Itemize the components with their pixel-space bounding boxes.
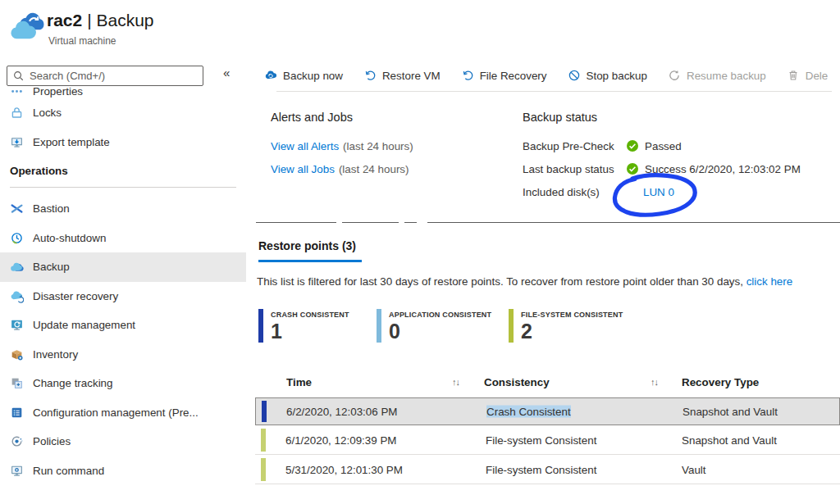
sidebar-item-properties[interactable]: Properties xyxy=(0,85,246,98)
sidebar-item-label: Update management xyxy=(33,319,135,331)
sidebar-item-disaster-recovery[interactable]: Disaster recovery xyxy=(0,282,246,311)
status-value: Success 6/2/2020, 12:03:02 PM xyxy=(645,163,801,175)
stop-backup-button[interactable]: Stop backup xyxy=(568,69,647,82)
collapse-menu-button[interactable]: « xyxy=(223,66,230,79)
stat-tile-crash-consistent: CRASH CONSISTENT1 xyxy=(258,309,349,343)
sidebar-item-export-template[interactable]: Export template xyxy=(0,128,246,157)
cell-consistency: File-system Consistent xyxy=(486,464,596,476)
backup-now-button[interactable]: Backup now xyxy=(264,69,343,82)
stop-backup-icon xyxy=(568,69,581,82)
tab-active-underline xyxy=(258,260,362,262)
status-row-backup-pre-check: Backup Pre-CheckPassed xyxy=(523,138,682,154)
sidebar-item-inventory[interactable]: Inventory xyxy=(0,340,246,370)
consistency-color-bar xyxy=(261,429,266,452)
command-bar: Backup nowRestore VMFile RecoveryStop ba… xyxy=(264,65,840,86)
table-header: Time↑↓Consistency↑↓Recovery Type xyxy=(255,369,840,396)
alerts-row: View all Alerts(last 24 hours) xyxy=(271,138,413,154)
green-check-icon xyxy=(626,139,639,152)
restore-point-row[interactable]: 5/31/2020, 12:01:30 PMFile-system Consis… xyxy=(255,456,840,484)
sort-icon[interactable]: ↑↓ xyxy=(651,377,658,387)
sidebar-item-run-command[interactable]: Run command xyxy=(0,456,246,486)
sidebar-item-bastion[interactable]: Bastion xyxy=(0,194,246,224)
resume-backup-button[interactable]: Resume backup xyxy=(668,69,766,82)
toolbar-button-label: Stop backup xyxy=(587,70,647,82)
tab-restore-points[interactable]: Restore points (3) xyxy=(258,239,356,252)
column-header-consistency[interactable]: Consistency xyxy=(484,376,550,388)
cell-recovery-type: Snapshot and Vault xyxy=(682,434,777,447)
section-divider xyxy=(427,222,840,223)
dele-button[interactable]: Dele xyxy=(787,69,829,82)
policies-icon xyxy=(10,434,24,448)
cell-consistency: File-system Consistent xyxy=(486,434,596,447)
view-all-alerts-link[interactable]: View all Alerts xyxy=(271,140,339,152)
bastion-icon xyxy=(10,202,24,216)
column-header-time[interactable]: Time xyxy=(286,376,312,388)
stat-color-bar xyxy=(377,309,381,343)
view-all-jobs-link[interactable]: View all Jobs xyxy=(271,163,335,175)
cell-time: 6/2/2020, 12:03:06 PM xyxy=(286,406,398,418)
sidebar-item-label: Export template xyxy=(33,136,110,148)
stat-color-bar xyxy=(258,309,263,343)
status-row-included-disk-s: Included disk(s)LUN 0 xyxy=(523,184,674,200)
consistency-color-bar xyxy=(261,458,266,481)
sidebar-item-locks[interactable]: Locks xyxy=(0,98,246,128)
vm-backup-cloud-icon xyxy=(8,11,44,42)
link-suffix: (last 24 hours) xyxy=(343,140,413,152)
toolbar-divider xyxy=(276,91,832,92)
sidebar-item-properties-clipped[interactable]: Properties xyxy=(0,85,246,98)
sidebar-item-backup[interactable]: Backup xyxy=(0,252,246,282)
alerts-row: View all Jobs(last 24 hours) xyxy=(271,161,409,177)
file-recovery-button[interactable]: File Recovery xyxy=(461,69,547,82)
lun-0-link[interactable]: LUN 0 xyxy=(643,186,674,198)
run-command-icon xyxy=(10,464,24,478)
status-label: Included disk(s) xyxy=(523,186,626,198)
cell-recovery-type: Vault xyxy=(682,464,706,476)
stat-tile-file-system-consistent: FILE-SYSTEM CONSISTENT2 xyxy=(509,309,623,343)
resource-type-label: Virtual machine xyxy=(48,35,116,47)
search-input[interactable] xyxy=(30,70,198,82)
click-here-link[interactable]: click here xyxy=(746,275,793,288)
status-label: Backup Pre-Check xyxy=(523,140,626,152)
search-icon xyxy=(12,70,25,82)
update-management-icon xyxy=(10,318,24,332)
restore-vm-icon xyxy=(363,69,377,82)
resume-backup-icon xyxy=(668,69,681,82)
sidebar-item-label: Change tracking xyxy=(33,377,113,389)
cell-consistency: Crash Consistent xyxy=(486,406,571,418)
toolbar-button-label: Restore VM xyxy=(382,70,441,82)
sidebar-item-label: Locks xyxy=(33,107,62,119)
sidebar-item-configuration-management-pre[interactable]: Configuration management (Pre... xyxy=(0,398,246,428)
stat-color-bar xyxy=(509,309,514,343)
sidebar-item-label: Backup xyxy=(33,261,70,273)
blade-name: | Backup xyxy=(87,11,153,30)
backup-status-title: Backup status xyxy=(523,111,597,124)
sidebar-item-auto-shutdown[interactable]: Auto-shutdown xyxy=(0,224,246,253)
page-title: rac2| Backup xyxy=(47,11,154,30)
cell-time: 5/31/2020, 12:01:30 PM xyxy=(285,464,403,476)
configuration-management-icon xyxy=(10,406,24,420)
sidebar-item-label: Inventory xyxy=(33,348,78,361)
selected-text-highlight: Crash Consistent xyxy=(486,406,571,418)
resource-name: rac2 xyxy=(47,11,82,30)
restore-point-row[interactable]: 6/1/2020, 12:09:39 PMFile-system Consist… xyxy=(255,426,840,455)
file-recovery-icon xyxy=(461,69,474,82)
status-row-last-backup-status: Last backup statusSuccess 6/2/2020, 12:0… xyxy=(523,161,801,177)
sidebar-item-label: Run command xyxy=(33,465,104,477)
consistency-color-bar xyxy=(262,401,267,422)
cell-time: 6/1/2020, 12:09:39 PM xyxy=(285,434,397,447)
restore-vm-button[interactable]: Restore VM xyxy=(363,69,441,82)
sidebar-item-update-management[interactable]: Update management xyxy=(0,311,246,340)
change-tracking-icon xyxy=(10,376,24,390)
cell-recovery-type: Snapshot and Vault xyxy=(682,406,778,418)
sidebar-item-label: Bastion xyxy=(33,202,70,215)
stat-value: 2 xyxy=(521,320,623,343)
sidebar-item-policies[interactable]: Policies xyxy=(0,427,246,456)
auto-shutdown-icon xyxy=(10,231,24,245)
sort-icon[interactable]: ↑↓ xyxy=(452,377,459,387)
column-header-recovery-type[interactable]: Recovery Type xyxy=(682,376,759,388)
backup-cloud-icon xyxy=(10,260,24,274)
sidebar-item-change-tracking[interactable]: Change tracking xyxy=(0,369,246,398)
restore-point-row[interactable]: 6/2/2020, 12:03:06 PMCrash ConsistentSna… xyxy=(255,397,840,425)
stat-label: CRASH CONSISTENT xyxy=(271,311,349,319)
properties-icon xyxy=(10,85,24,98)
